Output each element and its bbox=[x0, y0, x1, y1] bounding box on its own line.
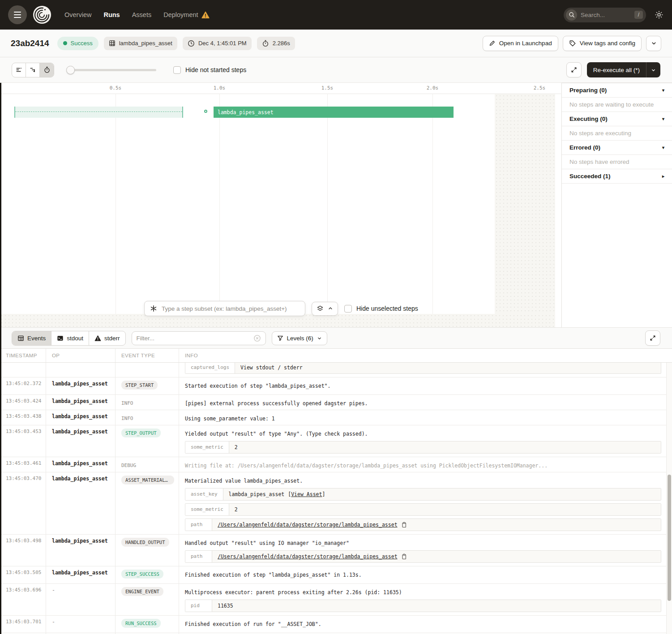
event-row[interactable]: 13:45:03.453lambda_pipes_assetSTEP_OUTPU… bbox=[0, 425, 672, 457]
event-row[interactable]: 13:45:03.498lambda_pipes_assetHANDLED_OU… bbox=[0, 535, 672, 566]
status-badge: Success bbox=[57, 37, 98, 50]
gridline bbox=[327, 94, 328, 327]
chevron-right-icon: ▸ bbox=[662, 174, 664, 179]
gantt-chart: 0.5s1.0s1.5s2.0s2.5s lambda_pipes_asset … bbox=[0, 83, 561, 327]
metadata-entry: pid11635 bbox=[185, 600, 661, 612]
open-in-launchpad-button[interactable]: Open in Launchpad bbox=[483, 36, 558, 51]
pencil-icon bbox=[489, 40, 496, 47]
nav-item-overview[interactable]: Overview bbox=[64, 11, 91, 19]
timer-view-button[interactable] bbox=[40, 63, 54, 77]
top-nav: OverviewRunsAssetsDeployment Search... / bbox=[0, 0, 672, 30]
events-expand-button[interactable] bbox=[645, 330, 660, 346]
nav-item-assets[interactable]: Assets bbox=[132, 11, 152, 19]
stopwatch-icon bbox=[262, 40, 269, 47]
metadata-entry: some_metric2 bbox=[185, 503, 661, 516]
copy-icon[interactable] bbox=[401, 553, 407, 560]
copy-icon[interactable] bbox=[401, 522, 407, 528]
axis-tick-label: 1.0s bbox=[214, 85, 226, 91]
dagster-logo[interactable] bbox=[32, 5, 52, 25]
hide-not-started-checkbox[interactable]: Hide not started steps bbox=[173, 66, 246, 74]
event-info-text: Writing file at: /Users/alangenfeld/data… bbox=[185, 463, 661, 469]
event-op: lambda_pipes_asset bbox=[46, 377, 116, 394]
nav-item-label: Deployment bbox=[163, 11, 198, 18]
tab-stderr[interactable]: stderr bbox=[89, 331, 125, 345]
view-asset-link[interactable]: View Asset bbox=[291, 491, 322, 497]
event-row[interactable]: 13:45:03.438lambda_pipes_assetINFOUsing … bbox=[0, 410, 672, 425]
sidebar-section-title: Executing (0) bbox=[569, 116, 608, 122]
run-header-more-button[interactable] bbox=[646, 36, 661, 51]
levels-dropdown-button[interactable]: Levels (6) bbox=[272, 331, 327, 345]
view-tags-config-button[interactable]: View tags and config bbox=[563, 36, 642, 51]
tab-label: stderr bbox=[104, 335, 120, 342]
metadata-link[interactable]: /Users/alangenfeld/data/dagster/storage/… bbox=[218, 553, 398, 560]
slider-knob[interactable] bbox=[66, 66, 75, 74]
layers-toggle-button[interactable] bbox=[312, 302, 338, 316]
nav-item-label: Runs bbox=[103, 11, 120, 18]
chevron-down-icon bbox=[317, 336, 322, 341]
waterfall-view-button[interactable] bbox=[26, 63, 40, 77]
tag-icon bbox=[569, 40, 576, 47]
checkbox-icon[interactable] bbox=[344, 305, 352, 313]
event-op: lambda_pipes_asset bbox=[46, 566, 116, 583]
metadata-entry: some_metric2 bbox=[185, 441, 661, 454]
metadata-text[interactable]: View stdout / stderr bbox=[240, 364, 302, 371]
checkbox-icon[interactable] bbox=[173, 66, 181, 74]
nav-item-runs[interactable]: Runs bbox=[103, 11, 120, 19]
clear-filter-icon[interactable] bbox=[253, 334, 261, 342]
step-status-sidebar: Preparing (0)▾No steps are waiting to ex… bbox=[561, 83, 672, 327]
event-type-badge: ASSET_MATERIALIZAT… bbox=[121, 476, 174, 484]
event-row[interactable]: 13:45:03.696-ENGINE_EVENTMultiprocess ex… bbox=[0, 584, 672, 616]
filter-input[interactable]: Filter... bbox=[132, 331, 266, 345]
zoom-slider[interactable] bbox=[67, 66, 156, 74]
timestamp-tag[interactable]: Dec 4, 1:45:01 PM bbox=[183, 37, 252, 50]
event-row[interactable]: 13:45:03.701-RUN_SUCCESSFinished executi… bbox=[0, 616, 672, 633]
sidebar-section-header[interactable]: Executing (0)▾ bbox=[562, 112, 672, 126]
gantt-expand-button[interactable] bbox=[566, 62, 582, 77]
event-row[interactable]: 13:45:02.372lambda_pipes_assetSTEP_START… bbox=[0, 377, 672, 395]
reexecute-dropdown-button[interactable] bbox=[646, 68, 660, 73]
gear-icon[interactable] bbox=[654, 10, 664, 20]
hamburger-menu-button[interactable] bbox=[8, 5, 27, 24]
tab-stdout[interactable]: stdout bbox=[51, 331, 89, 345]
sidebar-section-body: No steps are executing bbox=[562, 126, 672, 141]
search-input[interactable]: Search... / bbox=[564, 8, 646, 22]
event-row[interactable]: 13:45:03.505lambda_pipes_assetSTEP_SUCCE… bbox=[0, 566, 672, 584]
event-type: RUN_SUCCESS bbox=[116, 616, 179, 633]
sidebar-section-header[interactable]: Errored (0)▾ bbox=[562, 141, 672, 155]
metadata-entry: asset_keylambda_pipes_asset[View Asset] bbox=[185, 488, 661, 501]
axis-tick-label: 0.5s bbox=[110, 85, 122, 91]
event-info-text: Using some_parameter value: 1 bbox=[185, 416, 661, 422]
event-row[interactable]: 13:45:03.424lambda_pipes_assetINFO[pipes… bbox=[0, 395, 672, 410]
event-type: INFO bbox=[116, 410, 179, 425]
sidebar-section-header[interactable]: Preparing (0)▾ bbox=[562, 83, 672, 98]
job-tag[interactable]: lambda_pipes_asset bbox=[104, 37, 177, 50]
sidebar-section-header[interactable]: Succeeded (1)▸ bbox=[562, 169, 672, 184]
reexecute-all-button[interactable]: Re-execute all (*) bbox=[587, 67, 646, 73]
step-subset-input[interactable]: Type a step subset (ex: lambda_pipes_ass… bbox=[144, 301, 305, 316]
slider-track[interactable] bbox=[67, 69, 156, 71]
event-type-badge: STEP_START bbox=[121, 381, 158, 390]
gantt-step-bar[interactable]: lambda_pipes_asset bbox=[214, 107, 454, 118]
scrollbar-track[interactable] bbox=[666, 363, 672, 634]
event-timestamp: 13:45:03.498 bbox=[0, 535, 46, 566]
scrollbar-thumb[interactable] bbox=[668, 475, 671, 601]
event-row[interactable]: captured_logsView stdout / stderr bbox=[0, 363, 672, 377]
column-header-op: OP bbox=[46, 349, 116, 362]
event-type: DEBUG bbox=[116, 457, 179, 472]
event-row[interactable]: 13:45:03.470lambda_pipes_assetASSET_MATE… bbox=[0, 472, 672, 535]
event-type-badge: HANDLED_OUTPUT bbox=[121, 538, 169, 547]
axis-tick-label: 1.5s bbox=[321, 85, 334, 91]
metadata-link[interactable]: /Users/alangenfeld/data/dagster/storage/… bbox=[218, 522, 398, 528]
nav-item-deployment[interactable]: Deployment bbox=[163, 11, 209, 19]
event-type-label: DEBUG bbox=[121, 463, 136, 468]
hide-unselected-checkbox[interactable]: Hide unselected steps bbox=[344, 305, 418, 313]
event-info: [pipes] external process successfully op… bbox=[179, 395, 672, 410]
flat-view-button[interactable] bbox=[12, 63, 26, 77]
metadata-key: some_metric bbox=[185, 504, 229, 515]
event-row[interactable]: 13:45:03.461lambda_pipes_assetDEBUGWriti… bbox=[0, 457, 672, 472]
event-timestamp: 13:45:03.701 bbox=[0, 616, 46, 633]
duration-tag[interactable]: 2.286s bbox=[257, 37, 295, 50]
tab-events[interactable]: Events bbox=[12, 331, 51, 345]
event-type: INFO bbox=[116, 395, 179, 410]
window-edge bbox=[0, 83, 1, 634]
